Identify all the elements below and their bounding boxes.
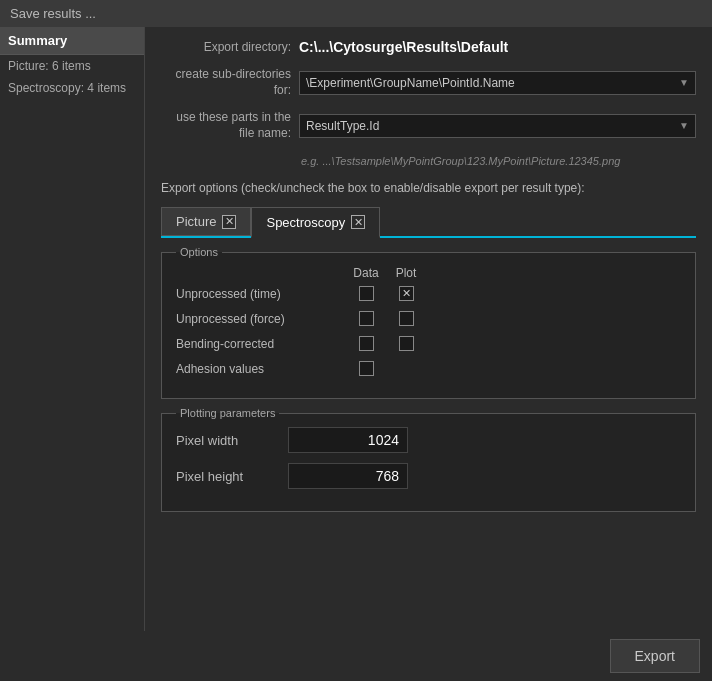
tab-spectroscopy[interactable]: Spectroscopy ✕ bbox=[251, 207, 380, 238]
use-parts-dropdown-arrow-icon: ▼ bbox=[679, 120, 689, 131]
checkbox-unprocessed-force-data[interactable] bbox=[359, 311, 374, 326]
use-parts-label: use these parts in the file name: bbox=[161, 110, 291, 141]
checkbox-cell-bending-corrected-plot bbox=[386, 336, 426, 351]
pixel-height-label: Pixel height bbox=[176, 469, 276, 484]
tab-spectroscopy-checkbox[interactable]: ✕ bbox=[351, 215, 365, 229]
tab-picture-checkbox[interactable]: ✕ bbox=[222, 215, 236, 229]
checkbox-unprocessed-time-data[interactable] bbox=[359, 286, 374, 301]
create-subdirectories-label: create sub-directories for: bbox=[161, 67, 291, 98]
export-options-label: Export options (check/uncheck the box to… bbox=[161, 181, 696, 195]
option-row-adhesion-values: Adhesion values bbox=[176, 361, 681, 376]
pixel-width-row: Pixel width bbox=[176, 427, 681, 453]
tab-picture-label: Picture bbox=[176, 214, 216, 229]
create-subdirectories-row: create sub-directories for: \Experiment\… bbox=[161, 67, 696, 98]
checkbox-cell-unprocessed-force-data bbox=[346, 311, 386, 326]
col-header-plot: Plot bbox=[386, 266, 426, 280]
pixel-width-input[interactable] bbox=[288, 427, 408, 453]
options-column-headers: Data Plot bbox=[346, 266, 681, 280]
example-path: e.g. ...\Testsample\MyPointGroup\123.MyP… bbox=[301, 155, 696, 167]
export-directory-value: C:\...\Cytosurge\Results\Default bbox=[299, 39, 696, 55]
checkbox-bending-corrected-data[interactable] bbox=[359, 336, 374, 351]
checkbox-unprocessed-time-plot[interactable]: ✕ bbox=[399, 286, 414, 301]
option-label-bending-corrected: Bending-corrected bbox=[176, 337, 346, 351]
pixel-height-row: Pixel height bbox=[176, 463, 681, 489]
options-legend: Options bbox=[176, 246, 222, 258]
pixel-height-input[interactable] bbox=[288, 463, 408, 489]
sidebar: Summary Picture: 6 items Spectroscopy: 4… bbox=[0, 27, 145, 678]
title-text: Save results ... bbox=[10, 6, 96, 21]
sidebar-picture-count: Picture: 6 items bbox=[0, 55, 144, 77]
checkbox-cell-adhesion-values-data bbox=[346, 361, 386, 376]
sidebar-spectroscopy-count: Spectroscopy: 4 items bbox=[0, 77, 144, 99]
export-button[interactable]: Export bbox=[610, 639, 700, 673]
tab-spectroscopy-label: Spectroscopy bbox=[266, 215, 345, 230]
checkbox-cell-unprocessed-force-plot bbox=[386, 311, 426, 326]
bottom-bar: Export bbox=[0, 631, 712, 681]
option-label-adhesion-values: Adhesion values bbox=[176, 362, 346, 376]
export-directory-row: Export directory: C:\...\Cytosurge\Resul… bbox=[161, 39, 696, 55]
title-bar: Save results ... bbox=[0, 0, 712, 27]
create-subdirectories-value: \Experiment\GroupName\PointId.Name bbox=[306, 76, 515, 90]
col-header-data: Data bbox=[346, 266, 386, 280]
use-parts-value: ResultType.Id bbox=[306, 119, 379, 133]
use-parts-dropdown[interactable]: ResultType.Id ▼ bbox=[299, 114, 696, 138]
option-row-unprocessed-force: Unprocessed (force) bbox=[176, 311, 681, 326]
option-row-unprocessed-time: Unprocessed (time) ✕ bbox=[176, 286, 681, 301]
tab-picture[interactable]: Picture ✕ bbox=[161, 207, 251, 236]
checkbox-unprocessed-force-plot[interactable] bbox=[399, 311, 414, 326]
checkbox-adhesion-values-data[interactable] bbox=[359, 361, 374, 376]
use-parts-row: use these parts in the file name: Result… bbox=[161, 110, 696, 141]
checkbox-cell-bending-corrected-data bbox=[346, 336, 386, 351]
export-directory-label: Export directory: bbox=[161, 40, 291, 54]
options-fieldset: Options Data Plot Unprocessed (time) ✕ U… bbox=[161, 246, 696, 399]
option-row-bending-corrected: Bending-corrected bbox=[176, 336, 681, 351]
checkbox-bending-corrected-plot[interactable] bbox=[399, 336, 414, 351]
option-label-unprocessed-force: Unprocessed (force) bbox=[176, 312, 346, 326]
pixel-width-label: Pixel width bbox=[176, 433, 276, 448]
tabs-container: Picture ✕ Spectroscopy ✕ bbox=[161, 207, 696, 238]
sidebar-summary[interactable]: Summary bbox=[0, 27, 144, 55]
sidebar-summary-label: Summary bbox=[8, 33, 67, 48]
create-subdirectories-dropdown[interactable]: \Experiment\GroupName\PointId.Name ▼ bbox=[299, 71, 696, 95]
plotting-legend: Plotting parameters bbox=[176, 407, 279, 419]
option-label-unprocessed-time: Unprocessed (time) bbox=[176, 287, 346, 301]
plotting-fieldset: Plotting parameters Pixel width Pixel he… bbox=[161, 407, 696, 512]
dropdown-arrow-icon: ▼ bbox=[679, 77, 689, 88]
checkbox-cell-unprocessed-time-data bbox=[346, 286, 386, 301]
right-panel: Export directory: C:\...\Cytosurge\Resul… bbox=[145, 27, 712, 678]
checkbox-cell-unprocessed-time-plot: ✕ bbox=[386, 286, 426, 301]
